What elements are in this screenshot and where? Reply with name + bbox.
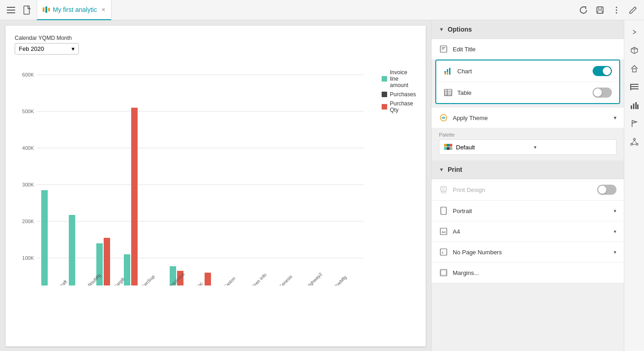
palette-arrow-icon: ▾ <box>534 144 612 150</box>
svg-rect-80 <box>441 207 446 214</box>
filter-dropdown[interactable]: Feb 2020 ▾ <box>15 43 79 55</box>
chart-item[interactable]: Chart <box>436 60 619 82</box>
svg-rect-71 <box>447 144 450 147</box>
svg-point-101 <box>636 143 638 145</box>
svg-rect-94 <box>631 105 632 109</box>
svg-point-9 <box>616 12 617 13</box>
svg-line-103 <box>634 140 637 143</box>
svg-rect-77 <box>442 191 445 193</box>
new-file-button[interactable] <box>20 3 35 17</box>
svg-point-99 <box>633 138 635 140</box>
svg-text:600K: 600K <box>22 72 34 77</box>
options-header[interactable]: ▼ Options <box>432 20 624 39</box>
svg-text:300K: 300K <box>22 182 34 187</box>
edit-title-item[interactable]: Edit Title <box>432 39 624 60</box>
print-design-toggle[interactable] <box>597 185 616 195</box>
palette-dropdown[interactable]: Default ▾ <box>439 139 616 155</box>
paper-size-item[interactable]: A4 A4 ▾ <box>432 221 624 242</box>
svg-text:NA058 - Highway2: NA058 - Highway2 <box>293 271 323 285</box>
svg-rect-24 <box>41 190 48 285</box>
svg-rect-72 <box>450 144 452 147</box>
filter-arrow-icon: ▾ <box>72 45 75 52</box>
tab-chart-icon <box>43 6 50 13</box>
svg-rect-3 <box>24 6 29 14</box>
save-button[interactable] <box>593 3 607 17</box>
svg-text:#: # <box>442 251 444 254</box>
chart-legend: Invoice line amount Purchases Purchase Q… <box>382 66 416 285</box>
svg-rect-92 <box>630 88 638 89</box>
svg-rect-1 <box>7 10 15 11</box>
sidebar-chart-icon[interactable] <box>626 97 643 114</box>
svg-rect-86 <box>441 270 446 275</box>
table-icon <box>444 88 453 97</box>
table-item[interactable]: Table <box>436 82 619 103</box>
chart-main: 600K 500K 400K 300K 200K 100K 0K <box>15 66 372 285</box>
sidebar-expand-icon[interactable] <box>626 24 643 40</box>
svg-rect-70 <box>444 144 447 147</box>
apply-theme-item[interactable]: Apply Theme ▾ <box>432 108 624 128</box>
options-arrow-icon: ▼ <box>439 27 444 32</box>
more-options-button[interactable] <box>609 3 624 17</box>
legend-color-invoice <box>382 76 387 82</box>
svg-point-7 <box>616 6 617 8</box>
sidebar-list-icon[interactable] <box>626 79 643 95</box>
margins-item[interactable]: Margins... <box>432 263 624 283</box>
sidebar-network-icon[interactable] <box>626 134 643 150</box>
chart-toggle[interactable] <box>593 66 612 76</box>
svg-rect-90 <box>630 84 638 85</box>
menu-button[interactable] <box>4 3 18 17</box>
tab-close-button[interactable]: × <box>101 6 105 13</box>
portrait-arrow-icon: ▾ <box>614 208 616 214</box>
print-title: Print <box>448 166 462 173</box>
edit-title-icon <box>439 44 448 54</box>
options-panel: ▼ Options Edit Title Chart <box>431 20 624 351</box>
svg-rect-36 <box>205 273 211 285</box>
refresh-button[interactable] <box>576 3 591 17</box>
paper-size-icon: A4 <box>439 227 448 236</box>
svg-rect-61 <box>449 68 450 75</box>
filter-label: Calendar YQMD Month <box>15 35 416 41</box>
svg-text:A4: A4 <box>442 230 446 234</box>
svg-text:FR054 - Siren Info: FR054 - Siren Info <box>238 272 268 285</box>
legend-item-invoice: Invoice line amount <box>382 69 416 88</box>
page-numbers-item[interactable]: # No Page Numbers ▾ <box>432 242 624 263</box>
svg-rect-97 <box>637 104 638 109</box>
page-numbers-label: No Page Numbers <box>453 249 609 256</box>
chart-icon <box>444 66 453 76</box>
palette-section: Palette Default ▾ <box>432 128 624 160</box>
table-toggle[interactable] <box>593 88 612 98</box>
print-design-label: Print Design <box>453 186 593 193</box>
svg-rect-0 <box>7 7 15 8</box>
options-title: Options <box>448 26 472 33</box>
svg-text:200K: 200K <box>22 219 34 224</box>
svg-text:400K: 400K <box>22 145 34 151</box>
tab-my-first-analytic[interactable]: My first analytic × <box>37 0 111 20</box>
canvas-sheet: Calendar YQMD Month Feb 2020 ▾ 600K 500K… <box>6 26 426 346</box>
paper-size-label: A4 <box>453 228 609 235</box>
edit-title-label: Edit Title <box>453 46 616 53</box>
sidebar-flag-icon[interactable] <box>626 115 643 132</box>
portrait-item[interactable]: Portrait ▾ <box>432 201 624 221</box>
svg-rect-76 <box>441 186 446 191</box>
edit-button[interactable] <box>626 3 640 17</box>
palette-value: Default <box>456 144 534 151</box>
svg-line-102 <box>632 140 634 143</box>
palette-label: Palette <box>439 132 616 137</box>
svg-text:NA056 - Cargill: NA056 - Cargill <box>100 277 126 285</box>
svg-rect-96 <box>635 102 637 109</box>
print-header[interactable]: ▼ Print <box>432 160 624 179</box>
sidebar-home-icon[interactable] <box>626 60 643 77</box>
legend-label-qty: Purchase Qty <box>390 100 416 113</box>
sidebar-cube-icon[interactable] <box>626 42 643 59</box>
margins-icon <box>439 268 448 277</box>
print-design-icon <box>439 185 448 194</box>
legend-color-qty <box>382 104 387 110</box>
svg-text:FR056 - Ifac: FR056 - Ifac <box>183 281 204 285</box>
margins-label: Margins... <box>453 269 616 276</box>
print-design-item[interactable]: Print Design <box>432 179 624 201</box>
svg-rect-2 <box>7 12 15 13</box>
legend-color-purchases <box>382 92 387 97</box>
chart-table-box: Chart Table <box>435 60 620 104</box>
page-numbers-icon: # <box>439 247 448 257</box>
svg-rect-31 <box>131 108 138 285</box>
